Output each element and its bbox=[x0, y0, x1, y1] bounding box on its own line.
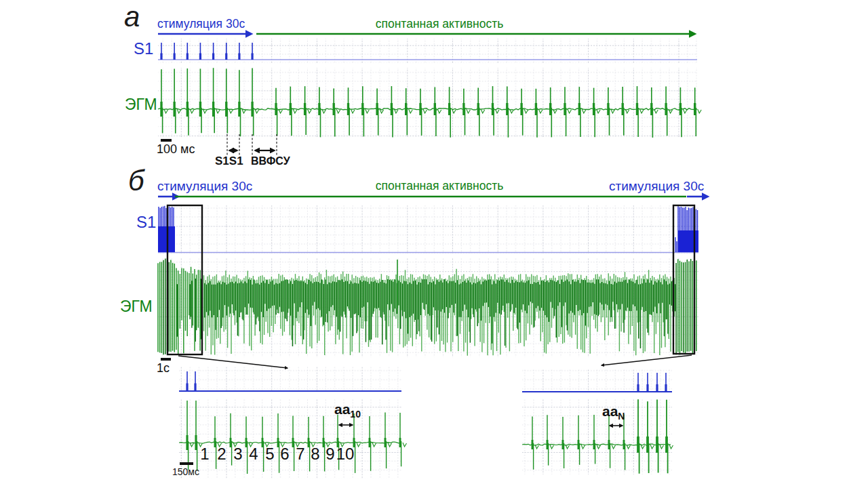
interval-number: 10 bbox=[336, 446, 355, 462]
aaN-base: аа bbox=[602, 403, 618, 419]
aaN-subscript: N bbox=[618, 411, 625, 422]
panel-a-spont-label: спонтанная активность bbox=[365, 18, 514, 30]
panel-b-letter: б bbox=[128, 167, 144, 195]
panel-b-stim-right-label: стимуляция 30с bbox=[609, 180, 698, 192]
aa10-subscript: 10 bbox=[350, 409, 361, 420]
interval-number: 3 bbox=[233, 446, 242, 462]
panel-a-scalebar-label: 100 мс bbox=[157, 143, 195, 155]
panel-a-letter: а bbox=[124, 3, 140, 31]
interval-number: 1 bbox=[200, 446, 209, 462]
aa10-annotation: аа10 bbox=[334, 402, 361, 419]
panel-b-stim-left-label: стимуляция 30с bbox=[157, 180, 252, 192]
panel-b-s1-label: S1 bbox=[136, 214, 156, 230]
trace-canvas bbox=[0, 0, 868, 488]
interval-number: 7 bbox=[296, 446, 304, 462]
s1s1-annotation: S1S1 bbox=[215, 155, 243, 167]
panel-a-egm-label: ЭГМ bbox=[125, 97, 157, 113]
interval-number: 6 bbox=[280, 446, 289, 462]
aaN-annotation: ааN bbox=[602, 404, 625, 421]
interval-number: 2 bbox=[217, 446, 226, 462]
vvfsu-annotation: ВВФСУ bbox=[251, 156, 290, 167]
panel-b-spont-label: спонтанная активность bbox=[365, 180, 514, 192]
panel-a-stim-label: стимуляция 30с bbox=[157, 18, 245, 30]
interval-number: 4 bbox=[249, 446, 258, 462]
aa10-base: аа bbox=[334, 401, 350, 417]
inset-scalebar-label: 150мс bbox=[172, 467, 199, 476]
panel-b-scalebar-label: 1с bbox=[157, 362, 170, 374]
figure-root: а б стимуляция 30с спонтанная активность… bbox=[0, 0, 868, 488]
interval-number: 9 bbox=[326, 446, 334, 462]
interval-number: 5 bbox=[265, 446, 274, 462]
interval-number: 8 bbox=[311, 446, 319, 462]
panel-b-egm-label: ЭГМ bbox=[120, 299, 153, 314]
panel-a-s1-label: S1 bbox=[134, 41, 153, 57]
